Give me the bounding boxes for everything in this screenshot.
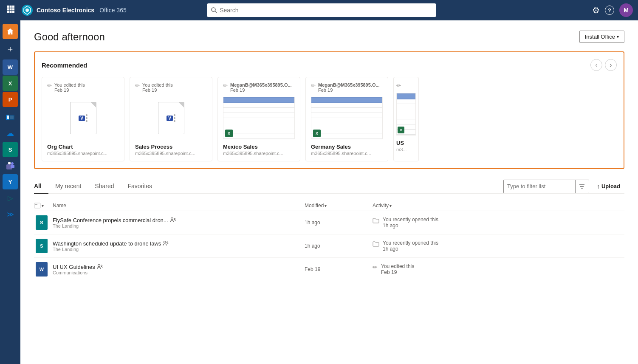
sidebar-item-onedrive[interactable]: ☁	[3, 126, 18, 141]
svg-point-18	[11, 162, 14, 165]
install-office-button[interactable]: Install Office ▾	[579, 31, 624, 43]
file-name-cell: UI UX Guidelines Communications	[53, 264, 305, 275]
sidebar-item-home[interactable]	[3, 24, 18, 39]
sort-icon-file[interactable]	[34, 202, 41, 209]
card-edit-by-2: You edited this	[142, 82, 173, 87]
card-date-3: Feb 19	[230, 87, 292, 93]
office365-label[interactable]: Office 365	[99, 7, 127, 14]
greeting-heading: Good afternoon	[34, 31, 105, 43]
svg-point-31	[101, 265, 102, 266]
prev-arrow-button[interactable]: ‹	[590, 59, 602, 71]
svg-point-27	[174, 218, 175, 220]
svg-rect-1	[10, 6, 12, 8]
topbar-logo-text: Contoso Electronics	[37, 7, 94, 14]
card-location-2: m365x395895.sharepoint.c...	[135, 151, 207, 156]
sidebar-item-flow[interactable]: ≫	[3, 206, 18, 222]
file-location-text-2: The Landing	[53, 247, 305, 252]
file-icon-cell: W	[34, 262, 53, 277]
sidebar-item-outlook[interactable]	[3, 110, 18, 125]
activity-sub-3: Feb 19	[381, 269, 414, 275]
settings-icon[interactable]: ⚙	[592, 5, 600, 15]
sidebar-item-powerpoint[interactable]: P	[3, 92, 18, 107]
file-card-us[interactable]: ✏ X US m3...	[393, 77, 419, 161]
sidebar-item-teams[interactable]	[3, 158, 18, 173]
edit-pencil-icon-4: ✏	[311, 82, 316, 89]
nav-arrows: ‹ ›	[590, 59, 617, 71]
file-modified-3: Feb 19	[305, 266, 373, 272]
column-modified-header[interactable]: Modified▾	[305, 202, 373, 209]
sort-chevron-icon[interactable]: ▾	[42, 203, 44, 208]
sidebar-item-planner[interactable]: ▷	[3, 190, 18, 206]
tab-all[interactable]: All	[34, 179, 48, 194]
svg-rect-8	[12, 11, 14, 13]
sort-chevron-icon[interactable]: ▾	[390, 203, 392, 208]
recommended-header: Recommended ‹ ›	[42, 59, 617, 71]
card-edit-by-1: You edited this	[54, 82, 85, 87]
avatar[interactable]: M	[619, 3, 633, 17]
column-activity-header[interactable]: Activity▾	[373, 202, 624, 209]
file-card-mexico-sales[interactable]: ✏ MeganB@M365x395895.O... Feb 19 X Mexic…	[217, 77, 300, 161]
svg-point-10	[25, 8, 29, 12]
table-row[interactable]: S Washington scheduled update to drone l…	[34, 234, 624, 258]
topbar-logo[interactable]: Contoso Electronics	[21, 4, 94, 16]
svg-point-28	[164, 241, 166, 243]
help-icon[interactable]: ?	[605, 6, 614, 15]
file-icon-cell: S	[34, 215, 53, 230]
table-row[interactable]: W UI UX Guidelines Communications Feb 19…	[34, 258, 624, 281]
shared-icon-2	[163, 240, 169, 246]
recommended-title: Recommended	[42, 62, 88, 69]
recommended-box: Recommended ‹ › ✏ You edited this Feb 19	[34, 51, 624, 169]
sidebar-item-word[interactable]: W	[3, 59, 18, 75]
upload-button[interactable]: ↑ Upload	[593, 181, 624, 192]
filter-input[interactable]	[504, 181, 575, 191]
svg-rect-19	[11, 165, 14, 168]
edit-pencil-icon-3: ✏	[223, 82, 228, 89]
tabs-row: All My recent Shared Favorites ↑ Upload	[34, 179, 624, 194]
search-bar[interactable]	[207, 3, 436, 17]
svg-rect-16	[10, 116, 14, 119]
edit-pencil-icon-5: ✏	[396, 82, 401, 89]
tab-my-recent[interactable]: My recent	[48, 179, 88, 194]
file-card-germany-sales[interactable]: ✏ MeganB@M365x395895.O... Feb 19 X Germa…	[305, 77, 388, 161]
svg-line-12	[215, 11, 217, 13]
sidebar-item-sway[interactable]: S	[3, 142, 18, 157]
card-date-1: Feb 19	[54, 87, 85, 93]
sidebar-item-create[interactable]: +	[3, 42, 18, 57]
apps-grid-icon[interactable]	[5, 4, 16, 17]
file-location-text-1: The Landing	[53, 223, 305, 229]
filter-icon-button[interactable]	[575, 180, 589, 193]
chevron-down-icon: ▾	[617, 34, 619, 39]
svg-rect-24	[34, 203, 40, 208]
activity-sub-1: 1h ago	[383, 223, 438, 229]
sort-chevron-icon[interactable]: ▾	[325, 203, 327, 208]
tab-favorites[interactable]: Favorites	[121, 179, 159, 194]
card-location-3: m365x395895.sharepoint.c...	[223, 151, 295, 156]
file-list-header: ▾ Name Modified▾ Activity▾	[34, 200, 624, 211]
sidebar-item-excel[interactable]: X	[3, 76, 18, 91]
file-icon-cell: S	[34, 239, 53, 253]
svg-rect-7	[10, 11, 12, 13]
svg-point-11	[212, 8, 215, 11]
file-card-sales-process[interactable]: ✏ You edited this Feb 19 V	[130, 77, 212, 161]
activity-text-3: You edited this	[381, 263, 414, 269]
search-input[interactable]	[220, 7, 432, 14]
tab-shared[interactable]: Shared	[88, 179, 121, 194]
table-row[interactable]: S FlySafe Conference propels commercial …	[34, 211, 624, 234]
sidebar-item-yammer[interactable]: Y	[3, 174, 18, 189]
topbar-right-actions: ⚙ ? M	[592, 3, 633, 17]
file-name-cell: FlySafe Conference propels commercial dr…	[53, 217, 305, 229]
file-modified-2: 1h ago	[305, 243, 373, 249]
svg-rect-2	[12, 6, 14, 8]
install-office-label: Install Office	[585, 34, 615, 40]
activity-cell-2: You recently opened this 1h ago	[373, 240, 624, 252]
activity-sub-2: 1h ago	[383, 246, 438, 252]
column-name-header[interactable]: Name	[53, 202, 305, 209]
next-arrow-button[interactable]: ›	[605, 59, 617, 71]
greeting-row: Good afternoon Install Office ▾	[34, 31, 624, 43]
file-modified-1: 1h ago	[305, 220, 373, 226]
card-name-3: Mexico Sales	[223, 144, 295, 150]
card-name-5: US	[396, 140, 416, 146]
file-card-org-chart[interactable]: ✏ You edited this Feb 19 V	[42, 77, 124, 161]
activity-text-1: You recently opened this	[383, 217, 438, 223]
svg-rect-5	[12, 8, 14, 10]
